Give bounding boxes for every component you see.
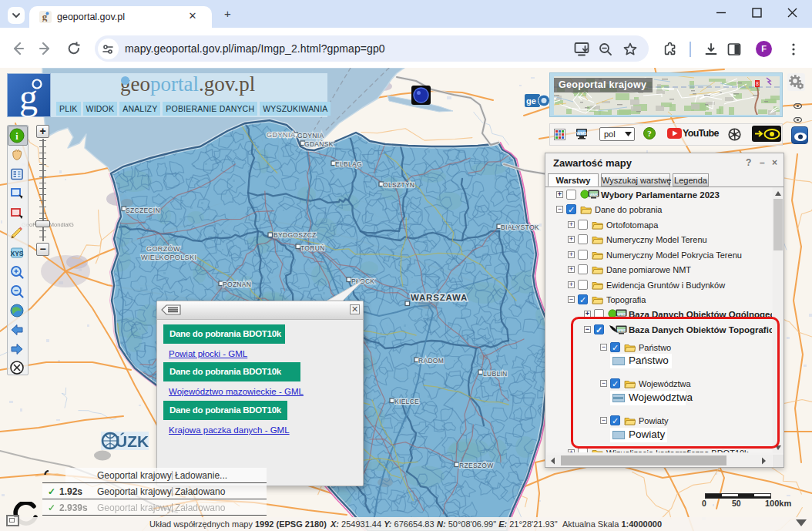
svg-text:GORZÓW: GORZÓW (146, 245, 180, 253)
svg-text:POZNAŃ: POZNAŃ (223, 281, 251, 288)
svg-text:g: g (19, 76, 38, 117)
svg-text:ELBLĄG: ELBLĄG (335, 160, 362, 168)
svg-text:8: 8 (756, 81, 759, 86)
svg-text:WMS: WMS (617, 313, 626, 317)
svg-text:ge: ge (526, 96, 536, 106)
svg-text:WMS: WMS (576, 131, 587, 136)
svg-text:BIAŁYSTOK: BIAŁYSTOK (501, 223, 539, 231)
svg-text:ÚZK: ÚZK (116, 432, 149, 450)
svg-text:GDYNIA: GDYNIA (267, 131, 296, 139)
svg-text:WARSZAWA: WARSZAWA (411, 293, 468, 302)
svg-text:BYDGOSZCZ: BYDGOSZCZ (273, 231, 317, 239)
svg-text:RZESZÓW: RZESZÓW (459, 462, 494, 469)
svg-text:WIELKOPOLSKI: WIELKOPOLSKI (141, 254, 196, 261)
svg-text:WMS: WMS (589, 193, 598, 197)
svg-text:OLSZTYN: OLSZTYN (383, 181, 414, 189)
svg-text:XYS: XYS (10, 250, 23, 257)
svg-text:LUBLIN: LUBLIN (483, 370, 508, 378)
svg-text:RADOM: RADOM (418, 357, 444, 365)
svg-text:GDYNIA: GDYNIA (297, 132, 324, 139)
svg-text:TORUŃ: TORUŃ (300, 244, 325, 252)
svg-text:GDAŃSK: GDAŃSK (304, 140, 334, 148)
svg-text:?: ? (647, 129, 652, 138)
svg-text:SZCZECIN: SZCZECIN (126, 207, 160, 214)
svg-text:KIELCE: KIELCE (394, 398, 419, 405)
